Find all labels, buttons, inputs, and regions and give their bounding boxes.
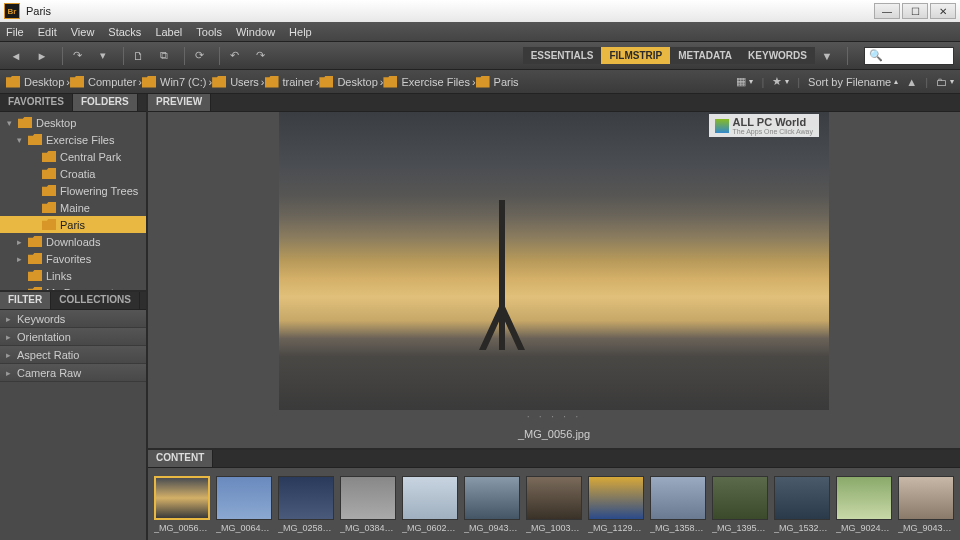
thumbnail[interactable]: _MG_0258.jpg	[278, 476, 334, 533]
preview-image[interactable]: ALL PC World The Apps One Click Away	[279, 112, 829, 410]
thumbnail-image	[898, 476, 954, 520]
sort-direction-button[interactable]: ▲	[906, 76, 917, 88]
tree-item[interactable]: Croatia	[0, 165, 146, 182]
tree-item[interactable]: Links	[0, 267, 146, 284]
thumbnail[interactable]: _MG_0384.jpg	[340, 476, 396, 533]
tree-item[interactable]: ▸Favorites	[0, 250, 146, 267]
forward-button[interactable]: ►	[32, 47, 52, 65]
thumbnail[interactable]: _MG_0064.jpg	[216, 476, 272, 533]
menu-edit[interactable]: Edit	[38, 26, 57, 38]
workspace-tab-metadata[interactable]: METADATA	[670, 47, 740, 64]
breadcrumb-item[interactable]: trainer	[265, 76, 314, 88]
thumbnail-image	[774, 476, 830, 520]
tree-item[interactable]: Paris	[0, 216, 146, 233]
new-folder-button[interactable]: 🗀▾	[936, 76, 954, 88]
tree-item[interactable]: Flowering Trees	[0, 182, 146, 199]
workspace-tab-filmstrip[interactable]: FILMSTRIP	[601, 47, 670, 64]
sidebar-tab-folders[interactable]: FOLDERS	[73, 94, 138, 111]
rating-filter-button[interactable]: ★▾	[772, 75, 789, 88]
menu-stacks[interactable]: Stacks	[108, 26, 141, 38]
breadcrumb-item[interactable]: Exercise Files	[383, 76, 469, 88]
folder-icon	[28, 253, 42, 264]
workspace-tab-essentials[interactable]: ESSENTIALS	[523, 47, 602, 64]
back-button[interactable]: ◄	[6, 47, 26, 65]
close-button[interactable]: ✕	[930, 3, 956, 19]
thumbnail-label: _MG_1358.jpg	[650, 523, 706, 533]
tree-item[interactable]: ▾Exercise Files	[0, 131, 146, 148]
search-input[interactable]: 🔍	[864, 47, 954, 65]
menu-tools[interactable]: Tools	[196, 26, 222, 38]
disclosure-icon[interactable]: ▾	[4, 118, 14, 128]
filter-row-camera-raw[interactable]: ▸Camera Raw	[0, 364, 146, 382]
menu-help[interactable]: Help	[289, 26, 312, 38]
refine-button[interactable]: ⟳	[189, 47, 209, 65]
thumbnail[interactable]: _MG_9043.jpg	[898, 476, 954, 533]
menu-label[interactable]: Label	[155, 26, 182, 38]
thumbnail[interactable]: _MG_1358.jpg	[650, 476, 706, 533]
thumbnail-image	[588, 476, 644, 520]
thumbnail[interactable]: _MG_1532.jpg	[774, 476, 830, 533]
folder-icon	[212, 76, 226, 88]
thumbnail-label: _MG_0064.jpg	[216, 523, 272, 533]
thumbnail[interactable]: _MG_0943.jpg	[464, 476, 520, 533]
disclosure-icon[interactable]: ▸	[14, 254, 24, 264]
minimize-button[interactable]: —	[874, 3, 900, 19]
rotate-ccw-button[interactable]: ↶	[224, 47, 244, 65]
tree-item[interactable]: Central Park	[0, 148, 146, 165]
folder-icon	[42, 185, 56, 196]
open-recent-button[interactable]: 🗋	[128, 47, 148, 65]
search-icon: 🔍	[869, 49, 883, 62]
menu-bar: FileEditViewStacksLabelToolsWindowHelp	[0, 22, 960, 42]
menu-file[interactable]: File	[6, 26, 24, 38]
tree-item[interactable]: ▸My Documents	[0, 284, 146, 292]
reveal-button[interactable]: ↷	[67, 47, 87, 65]
thumbnail[interactable]: _MG_1129.jpg	[588, 476, 644, 533]
workspace-dropdown-icon[interactable]: ▼	[817, 47, 837, 65]
menu-window[interactable]: Window	[236, 26, 275, 38]
rotate-cw-button[interactable]: ↷	[250, 47, 270, 65]
preview-pager[interactable]: · · · · ·	[148, 410, 960, 424]
tree-item[interactable]: Maine	[0, 199, 146, 216]
thumbnail-image	[216, 476, 272, 520]
tree-item[interactable]: ▸Downloads	[0, 233, 146, 250]
breadcrumb-item[interactable]: Win7 (C:)	[142, 76, 206, 88]
copy-button[interactable]: ⧉	[154, 47, 174, 65]
view-grid-button[interactable]: ▦▾	[736, 75, 753, 88]
watermark: ALL PC World The Apps One Click Away	[709, 114, 819, 137]
menu-view[interactable]: View	[71, 26, 95, 38]
breadcrumb-item[interactable]: Users	[212, 76, 259, 88]
preview-caption: _MG_0056.jpg	[148, 424, 960, 448]
breadcrumb-item[interactable]: Paris	[476, 76, 519, 88]
folder-icon	[142, 76, 156, 88]
thumbnail[interactable]: _MG_0056.jpg	[154, 476, 210, 533]
filter-row-aspect-ratio[interactable]: ▸Aspect Ratio	[0, 346, 146, 364]
sidebar-tab-collections[interactable]: COLLECTIONS	[51, 292, 140, 309]
folder-icon	[42, 151, 56, 162]
breadcrumb-item[interactable]: Desktop	[6, 76, 64, 88]
breadcrumb-item[interactable]: Desktop	[319, 76, 377, 88]
thumbnail[interactable]: _MG_9024.jpg	[836, 476, 892, 533]
thumbnail[interactable]: _MG_0602.jpg	[402, 476, 458, 533]
breadcrumb-item[interactable]: Computer	[70, 76, 136, 88]
thumbnail-image	[402, 476, 458, 520]
thumbnail-label: _MG_0384.jpg	[340, 523, 396, 533]
title-bar: Br Paris — ☐ ✕	[0, 0, 960, 22]
thumbnail[interactable]: _MG_1003.jpg	[526, 476, 582, 533]
sidebar-tab-filter[interactable]: FILTER	[0, 292, 51, 309]
workspace-tab-keywords[interactable]: KEYWORDS	[740, 47, 815, 64]
tree-item[interactable]: ▾Desktop	[0, 114, 146, 131]
thumbnail[interactable]: _MG_1395.jpg	[712, 476, 768, 533]
thumbnail-image	[278, 476, 334, 520]
breadcrumb-bar: Desktop›Computer›Win7 (C:)›Users›trainer…	[0, 70, 960, 94]
filter-row-orientation[interactable]: ▸Orientation	[0, 328, 146, 346]
maximize-button[interactable]: ☐	[902, 3, 928, 19]
sort-menu[interactable]: Sort by Filename▴	[808, 76, 898, 88]
disclosure-icon[interactable]: ▸	[14, 237, 24, 247]
disclosure-icon[interactable]: ▾	[14, 135, 24, 145]
preview-tab[interactable]: PREVIEW	[148, 94, 211, 111]
content-tab[interactable]: CONTENT	[148, 450, 213, 467]
camera-button[interactable]: ▾	[93, 47, 113, 65]
folder-icon	[70, 76, 84, 88]
filter-row-keywords[interactable]: ▸Keywords	[0, 310, 146, 328]
sidebar-tab-favorites[interactable]: FAVORITES	[0, 94, 73, 111]
